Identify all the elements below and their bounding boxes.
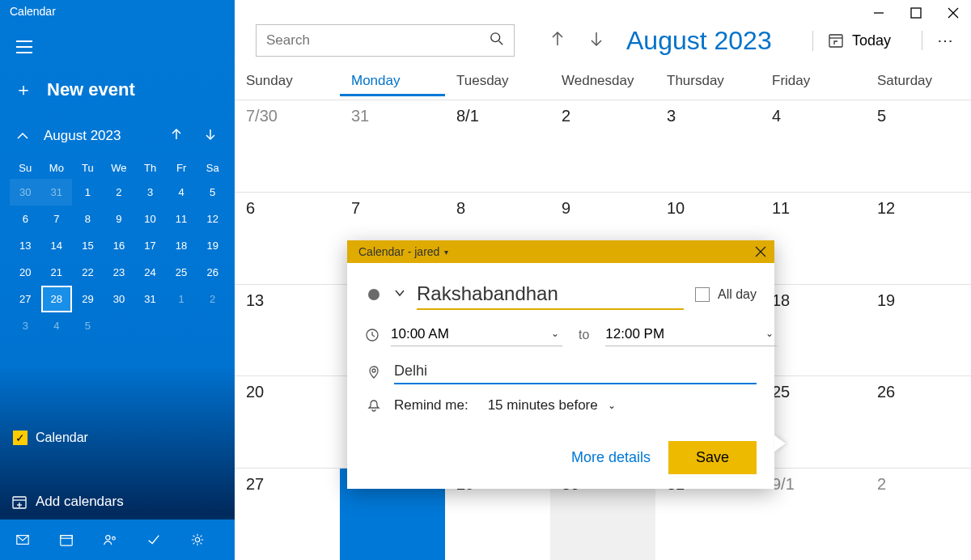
calendar-cell[interactable]: 26 [866,375,971,468]
mail-icon[interactable] [15,532,31,548]
mini-cal-day[interactable]: 31 [41,179,73,206]
chevron-down-icon[interactable]: ⌄ [765,328,774,339]
more-button[interactable]: ⋯ [922,31,955,50]
location-input[interactable] [394,359,757,384]
prev-month-button[interactable] [549,30,566,51]
event-title-input[interactable] [417,279,684,310]
mini-cal-day[interactable]: 21 [41,259,73,286]
mini-cal-day[interactable] [166,312,197,339]
mini-cal-day[interactable]: 3 [134,179,166,206]
menu-button[interactable] [0,37,235,78]
people-icon[interactable] [102,532,118,548]
calendar-cell[interactable]: 6 [235,192,340,284]
mini-cal-day[interactable]: 2 [197,286,228,312]
mini-cal-day[interactable]: 23 [104,259,135,286]
search-icon[interactable] [490,32,504,49]
search-box[interactable] [256,24,515,57]
minimize-button[interactable] [872,6,885,19]
calendar-cell[interactable]: 4 [761,100,866,192]
calendar-cell[interactable]: 3 [655,100,761,192]
mini-cal-day[interactable]: 2 [104,179,135,206]
chevron-down-icon[interactable]: ▾ [444,248,448,257]
settings-icon[interactable] [189,532,206,548]
todo-icon[interactable] [146,532,162,548]
mini-cal-day[interactable]: 8 [72,206,104,232]
calendar-cell[interactable]: 11 [761,192,866,284]
mini-cal-day[interactable]: 4 [166,179,197,206]
mini-cal-day[interactable]: 26 [197,259,228,286]
mini-cal-day[interactable]: 13 [10,232,41,259]
checkbox-checked-icon[interactable]: ✓ [13,431,28,445]
popup-calendar-label[interactable]: Calendar - jared [358,245,439,258]
mini-cal-day[interactable]: 15 [72,232,104,259]
search-input[interactable] [266,32,490,49]
calendar-cell[interactable]: 2 [866,468,971,560]
chevron-down-icon[interactable]: ⌄ [551,328,559,339]
add-calendars-button[interactable]: Add calendars [0,494,235,520]
close-window-button[interactable] [947,6,960,19]
mini-cal-day[interactable]: 9 [104,206,135,232]
mini-cal-day[interactable]: 12 [197,206,228,232]
mini-cal-day[interactable]: 19 [197,232,228,259]
end-time-input[interactable] [605,323,777,346]
today-button[interactable]: Today [812,31,905,51]
mini-cal-day[interactable]: 5 [72,312,104,339]
collapse-mini-button[interactable] [10,129,36,142]
mini-cal-day[interactable]: 1 [166,286,197,312]
mini-cal-day[interactable]: 7 [41,206,73,232]
mini-next-button[interactable] [204,128,217,144]
mini-cal-day[interactable]: 11 [166,206,197,232]
mini-cal-day[interactable] [197,312,228,339]
calendar-cell[interactable]: 13 [235,284,340,376]
calendar-icon[interactable] [58,532,74,548]
mini-prev-button[interactable] [170,128,183,144]
calendar-cell[interactable]: 19 [866,284,971,376]
mini-cal-day[interactable]: 10 [134,206,166,232]
mini-cal-day[interactable]: 14 [41,232,73,259]
popup-close-button[interactable] [755,246,766,257]
mini-cal-day[interactable]: 30 [10,179,41,206]
calendar-cell[interactable]: 27 [235,468,340,560]
next-month-button[interactable] [587,30,605,51]
calendar-cell[interactable]: 25 [761,375,866,468]
mini-cal-day[interactable]: 31 [134,286,166,312]
mini-cal-day[interactable]: 28 [41,286,73,312]
mini-cal-day[interactable]: 27 [10,286,41,312]
color-dropdown-button[interactable] [394,287,405,302]
mini-cal-day[interactable]: 16 [104,232,135,259]
mini-cal-day[interactable]: 20 [10,259,41,286]
calendar-cell[interactable]: 2 [550,100,655,192]
color-circle-icon[interactable] [368,289,379,300]
calendar-cell[interactable]: 31 [340,100,445,192]
calendar-cell[interactable]: 8/1 [445,100,550,192]
all-day-toggle[interactable]: All day [695,287,757,302]
mini-cal-day[interactable]: 1 [72,179,104,206]
mini-cal-day[interactable] [134,312,166,339]
calendar-cell[interactable]: 7/30 [235,100,340,192]
mini-cal-day[interactable]: 18 [166,232,197,259]
mini-cal-day[interactable]: 22 [72,259,104,286]
mini-cal-day[interactable]: 3 [10,312,41,339]
mini-cal-day[interactable] [104,312,135,339]
mini-cal-day[interactable]: 4 [41,312,73,339]
calendar-cell[interactable]: 20 [235,375,340,468]
mini-cal-day[interactable]: 6 [10,206,41,232]
mini-cal-day[interactable]: 30 [104,286,135,312]
more-details-link[interactable]: More details [571,449,651,466]
mini-calendar[interactable]: SuMoTuWeThFrSa30311234567891011121314151… [0,151,235,339]
calendar-cell[interactable]: 9/1 [761,468,866,560]
mini-cal-day[interactable]: 24 [134,259,166,286]
maximize-button[interactable] [910,6,922,19]
calendar-cell[interactable]: 5 [866,100,971,192]
start-time-input[interactable] [391,323,562,346]
calendar-cell[interactable]: 12 [866,192,971,284]
calendar-checkbox-row[interactable]: ✓ Calendar [0,431,235,494]
mini-cal-day[interactable]: 25 [166,259,197,286]
all-day-checkbox[interactable] [695,287,710,302]
new-event-button[interactable]: ＋ New event [0,78,235,102]
save-button[interactable]: Save [668,441,757,474]
mini-cal-day[interactable]: 5 [197,179,228,206]
mini-cal-day[interactable]: 29 [72,286,104,312]
remind-dropdown[interactable]: 15 minutes before ⌄ [488,397,616,414]
mini-cal-day[interactable]: 17 [134,232,166,259]
